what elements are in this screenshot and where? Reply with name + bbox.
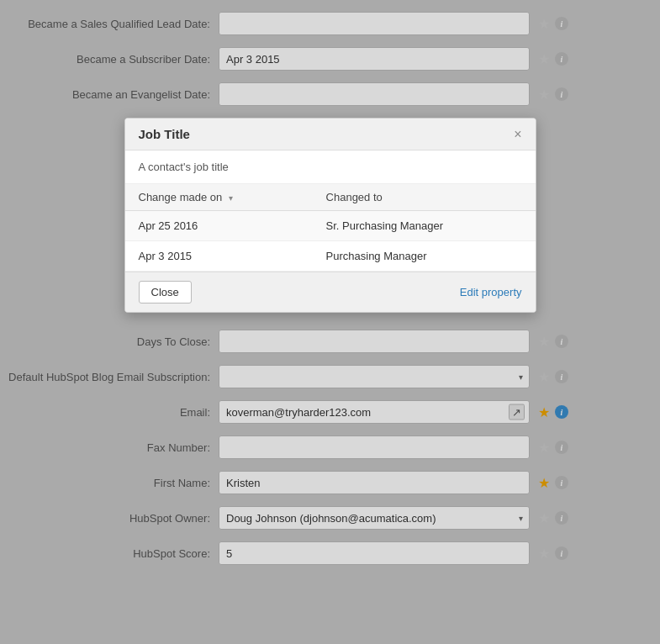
modal-table-header-row: Change made on ▾ Changed to bbox=[125, 184, 536, 211]
modal-col2-header: Changed to bbox=[313, 184, 536, 211]
table-cell-date-1: Apr 25 2016 bbox=[125, 211, 313, 241]
table-cell-value-1: Sr. Purchasing Manager bbox=[313, 211, 536, 241]
table-row: Apr 25 2016 Sr. Purchasing Manager bbox=[125, 211, 536, 241]
modal-header: Job Title × bbox=[125, 119, 536, 150]
edit-property-link[interactable]: Edit property bbox=[460, 286, 522, 298]
table-row: Apr 3 2015 Purchasing Manager bbox=[125, 241, 536, 272]
modal-close-btn[interactable]: Close bbox=[139, 281, 192, 304]
sort-arrow-icon: ▾ bbox=[229, 193, 233, 203]
modal-title: Job Title bbox=[139, 127, 190, 141]
modal-footer: Close Edit property bbox=[125, 272, 536, 312]
modal-description: A contact's job title bbox=[125, 150, 536, 184]
modal-overlay[interactable]: Job Title × A contact's job title Change… bbox=[0, 0, 660, 644]
modal-close-button[interactable]: × bbox=[514, 128, 521, 141]
table-cell-date-2: Apr 3 2015 bbox=[125, 241, 313, 272]
modal-dialog: Job Title × A contact's job title Change… bbox=[124, 118, 536, 313]
modal-col1-header[interactable]: Change made on ▾ bbox=[125, 184, 313, 211]
table-cell-value-2: Purchasing Manager bbox=[313, 241, 536, 272]
modal-table: Change made on ▾ Changed to Apr 25 2016 … bbox=[125, 184, 536, 272]
